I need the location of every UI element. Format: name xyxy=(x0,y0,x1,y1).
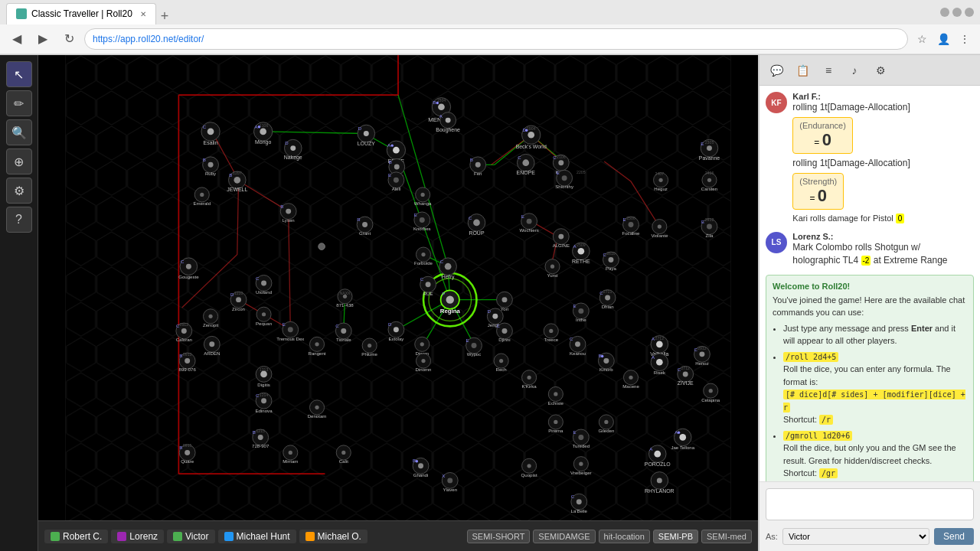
svg-text:ROUP: ROUP xyxy=(469,230,484,236)
maximize-icon[interactable] xyxy=(952,8,962,17)
player-victor[interactable]: Victor xyxy=(167,530,214,543)
system-nakege[interactable]: Nakege D xyxy=(284,139,302,161)
close-icon[interactable] xyxy=(965,8,974,17)
system-ghandi[interactable]: Ghandi B xyxy=(413,458,429,477)
active-tab[interactable]: Classic Traveller | Roll20 ✕ xyxy=(6,3,156,24)
player-lorenz[interactable]: Lorenz xyxy=(111,530,164,543)
system-keanou[interactable]: Keanou C xyxy=(570,336,586,355)
system-phlume[interactable]: Phlume xyxy=(361,338,377,357)
svg-point-329 xyxy=(579,462,583,466)
system-ylaven[interactable]: Ylaven X xyxy=(442,472,458,491)
chat-messages-area[interactable]: KF Karl F.: rolling 1t[Damage-Allocation… xyxy=(760,86,980,481)
svg-text:Tureded: Tureded xyxy=(573,443,590,448)
system-yurst[interactable]: Yurst xyxy=(545,259,560,278)
refresh-button[interactable]: ↻ xyxy=(58,28,80,50)
svg-text:2912: 2912 xyxy=(697,346,707,350)
system-mirriam[interactable]: Mirriam xyxy=(283,445,298,464)
player-robert[interactable]: Robert C. xyxy=(44,530,108,543)
svg-point-275 xyxy=(421,359,425,363)
svg-text:Caloran: Caloran xyxy=(176,337,192,342)
select-tool-button[interactable]: ↖ xyxy=(6,61,32,87)
status-hit-location[interactable]: hit-location xyxy=(599,530,650,543)
system-enope[interactable]: ENOPE C xyxy=(517,154,536,175)
svg-text:Zila: Zila xyxy=(706,233,714,238)
system-pequan[interactable]: Pequan xyxy=(256,307,272,325)
svg-text:899-076: 899-076 xyxy=(179,367,197,372)
system-utoland[interactable]: Utoland C xyxy=(256,275,272,294)
player-michael-o[interactable]: Michael O. xyxy=(299,530,368,543)
svg-text:Ghandi: Ghandi xyxy=(413,472,429,478)
status-semi-pb[interactable]: SEMI-PB xyxy=(653,530,698,543)
system-wypoc[interactable]: Wypoc E xyxy=(466,337,482,357)
system-pirema[interactable]: Pirema xyxy=(548,415,564,433)
system-louzy[interactable]: LOUZY D xyxy=(358,125,376,146)
svg-text:0912: 0912 xyxy=(180,322,189,327)
svg-text:Quare: Quare xyxy=(181,458,194,464)
system-labelle[interactable]: La'Belle C xyxy=(571,494,588,513)
system-lysen[interactable]: Lysen B xyxy=(280,204,296,223)
system-zenopit[interactable]: Zenopit xyxy=(203,309,219,328)
system-dinom[interactable]: Dinom xyxy=(415,337,430,355)
system-echiste[interactable]: Echiste xyxy=(548,386,564,405)
hex-map-svg[interactable]: MENORB B Boughene A Beck's World D xyxy=(38,55,758,520)
system-esalin[interactable]: Esalin C xyxy=(201,122,220,146)
chat-tab-button[interactable]: 💬 xyxy=(766,60,787,81)
system-algine[interactable]: ALGINE xyxy=(553,229,570,248)
browser-tabs: Classic Traveller | Roll20 ✕ + xyxy=(6,0,173,24)
help-tool-button[interactable]: ? xyxy=(6,207,32,233)
zoom-tool-button[interactable]: 🔍 xyxy=(6,119,32,145)
system-quopist[interactable]: Quopist xyxy=(521,458,537,477)
system-knorbes[interactable]: Knorbes E xyxy=(413,212,431,231)
user-icon[interactable]: 👤 xyxy=(934,30,952,48)
system-djinni[interactable]: Djinni C xyxy=(497,323,513,342)
menu-icon[interactable]: ⋮ xyxy=(956,30,974,48)
system-kkirka[interactable]: K'Kirka xyxy=(522,370,537,389)
as-select[interactable]: Victor xyxy=(782,528,929,545)
chat-input[interactable] xyxy=(766,488,974,520)
status-semi-short[interactable]: SEMI-SHORT xyxy=(467,530,531,543)
svg-text:1213: 1213 xyxy=(260,367,269,372)
pencil-tool-button[interactable]: ✏ xyxy=(6,90,32,116)
measure-tool-button[interactable]: ⊕ xyxy=(6,148,32,174)
svg-text:B: B xyxy=(413,458,416,463)
system-dinomn[interactable]: Dinomn xyxy=(416,354,432,372)
jukebox-tab-button[interactable]: ♪ xyxy=(844,60,865,81)
system-regina[interactable]: Regina P xyxy=(440,290,461,315)
system-rech[interactable]: Rech xyxy=(494,354,508,372)
svg-text:C: C xyxy=(440,259,444,264)
minimize-icon[interactable] xyxy=(940,8,949,17)
tab-close-icon[interactable]: ✕ xyxy=(140,10,146,18)
system-grant[interactable]: Grant R xyxy=(357,217,373,236)
system-carsten[interactable]: Carsten xyxy=(701,173,717,191)
settings-tool-button[interactable]: ⚙ xyxy=(6,178,32,204)
status-semi-med[interactable]: SEMI-med xyxy=(701,530,752,543)
system-gileden[interactable]: Gileden xyxy=(598,415,614,433)
svg-text:0915: 0915 xyxy=(183,443,192,448)
system-tureded[interactable]: Tureded E xyxy=(573,429,590,448)
left-toolbar: ↖ ✏ 🔍 ⊕ ⚙ ? xyxy=(0,55,38,551)
system-arden[interactable]: ARDEN xyxy=(204,336,220,355)
system-emerald[interactable]: Emerald xyxy=(193,187,211,206)
status-semidamge[interactable]: SEMIDAMGE xyxy=(533,530,595,543)
back-button[interactable]: ◀ xyxy=(6,28,28,50)
compendium-tab-button[interactable]: ≡ xyxy=(818,60,839,81)
journal-tab-button[interactable]: 📋 xyxy=(792,60,813,81)
system-kinorb[interactable]: Kinorb B xyxy=(598,353,614,372)
send-button[interactable]: Send xyxy=(934,528,974,545)
svg-text:RUE: RUE xyxy=(423,291,433,296)
star-icon[interactable]: ☆ xyxy=(913,30,931,48)
system-tionale[interactable]: Tionale C xyxy=(335,323,351,342)
system-roup[interactable]: ROUP C xyxy=(468,214,485,236)
system-treece[interactable]: Treece xyxy=(544,324,559,342)
player-michael-hunt[interactable]: Michael Hunt xyxy=(218,530,296,543)
new-tab-button[interactable]: + xyxy=(156,8,174,24)
tab-favicon xyxy=(16,8,27,19)
svg-point-91 xyxy=(234,177,240,184)
svg-point-284 xyxy=(709,389,713,393)
forward-button[interactable]: ▶ xyxy=(32,28,54,50)
address-bar[interactable]: https://app.roll20.net/editor/ xyxy=(84,28,908,50)
system-extolay[interactable]: Extolay D xyxy=(388,321,404,341)
settings-tab-button[interactable]: ⚙ xyxy=(870,60,891,81)
system-hefry[interactable]: Hefry C xyxy=(439,258,457,280)
svg-point-166 xyxy=(446,295,454,303)
